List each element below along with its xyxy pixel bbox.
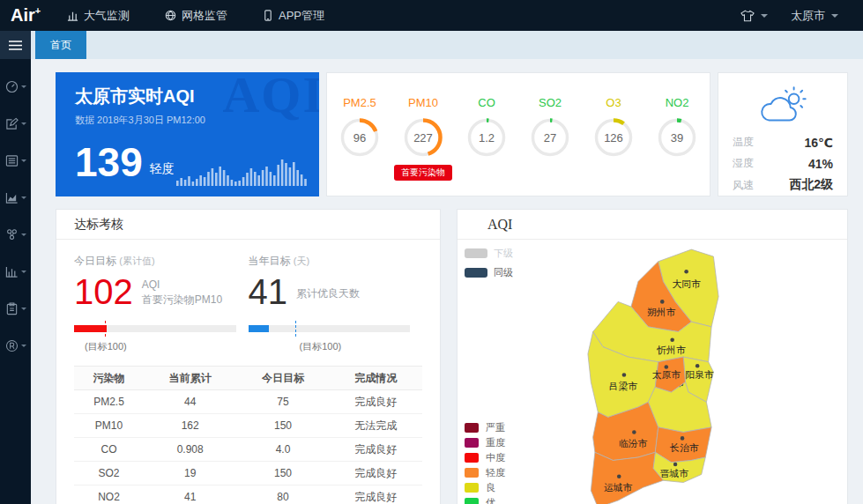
- gauge-o3: O3 126: [583, 96, 644, 158]
- city-selector[interactable]: 太原市: [791, 8, 838, 24]
- chevron-down-icon: [831, 14, 838, 18]
- year-target-progress: [249, 325, 411, 332]
- gauge-value: 27: [530, 117, 570, 158]
- province-map: 大同市 朔州市 忻州市 吕梁市: [570, 241, 736, 504]
- nav-item-grid-supervision[interactable]: 网格监管: [147, 0, 245, 31]
- app-logo[interactable]: Air+: [0, 5, 49, 26]
- edit-icon: [5, 117, 19, 130]
- table-row: PM2.54475完成良好: [74, 390, 422, 414]
- area-chart-icon: [5, 191, 19, 204]
- gauge-pm25: PM2.5 96: [329, 96, 391, 158]
- table-header-row: 污染物当前累计 今日目标完成情况: [74, 367, 422, 390]
- legend-item: 中度: [465, 450, 505, 465]
- tab-home[interactable]: 首页: [35, 31, 86, 59]
- chevron-down-icon: [21, 345, 26, 347]
- legend-item: 良: [465, 480, 505, 495]
- bar-chart-icon: [67, 10, 78, 21]
- gauge-co: CO 1.2: [456, 96, 517, 158]
- today-target-progress: [74, 325, 236, 332]
- pollutant-target-table: 污染物当前累计 今日目标完成情况 PM2.54475完成良好 PM1016215…: [74, 366, 422, 504]
- weather-card: 温度16℃ 湿度41% 风速西北2级: [718, 72, 848, 196]
- weather-humidity-row: 湿度41%: [733, 156, 833, 171]
- aqi-map-card: AQI 下级 同级 严重 重度 中度 轻度 良 优: [457, 209, 848, 504]
- chevron-down-icon: [21, 233, 26, 236]
- bar-chart-icon: [5, 265, 19, 278]
- year-target: 当年目标 (天) 41 累计优良天数 (目标100): [249, 254, 423, 353]
- weather-wind-row: 风速西北2级: [733, 177, 833, 193]
- left-sidebar: [0, 31, 31, 504]
- table-row: CO0.9084.0完成良好: [74, 438, 422, 462]
- aqi-watermark: AQI: [222, 72, 319, 124]
- aqi-level-label: 轻度: [150, 161, 175, 182]
- pollutant-gauges-card: PM2.5 96 PM10 227 首要污染物 CO 1.2: [326, 72, 710, 196]
- shirt-icon: [740, 10, 755, 22]
- map-level-toggles: 下级 同级: [465, 247, 513, 285]
- cloud-sun-icon: [755, 85, 810, 126]
- today-target: 今日目标 (累计值) 102 AQI首要污染物PM10 (目标100): [74, 254, 249, 353]
- chevron-down-icon: [761, 14, 768, 18]
- chevron-down-icon: [21, 308, 26, 310]
- toggle-same-level[interactable]: 同级: [465, 266, 513, 279]
- chevron-down-icon: [21, 271, 26, 273]
- nav-item-app-manage[interactable]: APP管理: [245, 0, 342, 31]
- table-row: NO24180完成良好: [74, 485, 422, 504]
- legend-item: 严重: [465, 420, 505, 435]
- map-card-title: AQI: [458, 210, 847, 240]
- today-target-label: (目标100): [85, 340, 249, 353]
- gauge-value: 126: [593, 117, 634, 158]
- gauge-no2: NO2 39: [646, 96, 708, 158]
- svg-text:朔州市: 朔州市: [647, 307, 676, 317]
- weather-temperature-row: 温度16℃: [733, 135, 833, 150]
- gauge-pm10: PM10 227 首要污染物: [392, 96, 454, 181]
- svg-text:吕梁市: 吕梁市: [609, 381, 638, 391]
- svg-text:太原市: 太原市: [652, 369, 681, 380]
- tab-bar: 首页: [31, 31, 863, 59]
- sidebar-collapse-button[interactable]: [0, 31, 31, 59]
- svg-text:晋城市: 晋城市: [660, 468, 689, 478]
- map-region-yuncheng[interactable]: 运城市: [591, 452, 663, 504]
- svg-text:临汾市: 临汾市: [619, 438, 648, 448]
- sidebar-item-share[interactable]: [0, 216, 31, 253]
- chevron-down-icon: [21, 122, 26, 125]
- sidebar-item-list[interactable]: [0, 142, 31, 179]
- sidebar-item-area-chart[interactable]: [0, 179, 31, 216]
- year-target-value: 41: [249, 272, 288, 311]
- primary-pollutant-badge: 首要污染物: [394, 165, 452, 181]
- nav-item-air-monitor[interactable]: 大气监测: [49, 0, 147, 31]
- sidebar-item-clipboard[interactable]: [0, 290, 31, 327]
- hamburger-icon: [9, 41, 22, 50]
- assessment-card: 达标考核 今日目标 (累计值) 102 AQI首要污染物PM10 (目标100: [56, 209, 441, 504]
- year-target-label: (目标100): [300, 340, 423, 353]
- gauge-so2: SO2 27: [519, 96, 581, 158]
- main-content: AQI 太原市实时AQI 数据 2018年3月30日 PM12:00 139 轻…: [31, 59, 863, 504]
- share-nodes-icon: [5, 228, 19, 241]
- table-row: SO219150完成良好: [74, 462, 422, 485]
- sidebar-item-dashboard[interactable]: [0, 68, 31, 105]
- aqi-level-legend: 严重 重度 中度 轻度 良 优: [465, 420, 505, 504]
- aqi-sparkline: [176, 156, 309, 186]
- sidebar-item-bar-chart[interactable]: [0, 253, 31, 290]
- chevron-down-icon: [21, 196, 26, 199]
- legend-item: 轻度: [465, 465, 505, 480]
- svg-text:运城市: 运城市: [604, 482, 633, 493]
- sidebar-item-edit[interactable]: [0, 105, 31, 142]
- svg-text:大同市: 大同市: [672, 278, 701, 289]
- registered-icon: [5, 339, 19, 352]
- globe-icon: [165, 10, 176, 21]
- legend-item: 优: [465, 495, 505, 504]
- gauge-value: 1.2: [466, 117, 507, 158]
- theme-selector[interactable]: [740, 10, 768, 22]
- gauge-value: 227: [403, 117, 443, 158]
- sidebar-item-registered[interactable]: [0, 327, 31, 364]
- gauge-icon: [5, 80, 19, 93]
- toggle-lower-level[interactable]: 下级: [465, 247, 513, 260]
- gauge-value: 96: [339, 117, 380, 158]
- gauge-value: 39: [657, 117, 697, 158]
- target-marker: [105, 321, 106, 337]
- legend-item: 重度: [465, 435, 505, 450]
- map-region-changzhi[interactable]: 长治市: [655, 427, 711, 463]
- svg-text:长治市: 长治市: [669, 442, 699, 453]
- chevron-down-icon: [21, 159, 26, 162]
- realtime-aqi-card: AQI 太原市实时AQI 数据 2018年3月30日 PM12:00 139 轻…: [56, 72, 319, 196]
- list-icon: [5, 154, 19, 167]
